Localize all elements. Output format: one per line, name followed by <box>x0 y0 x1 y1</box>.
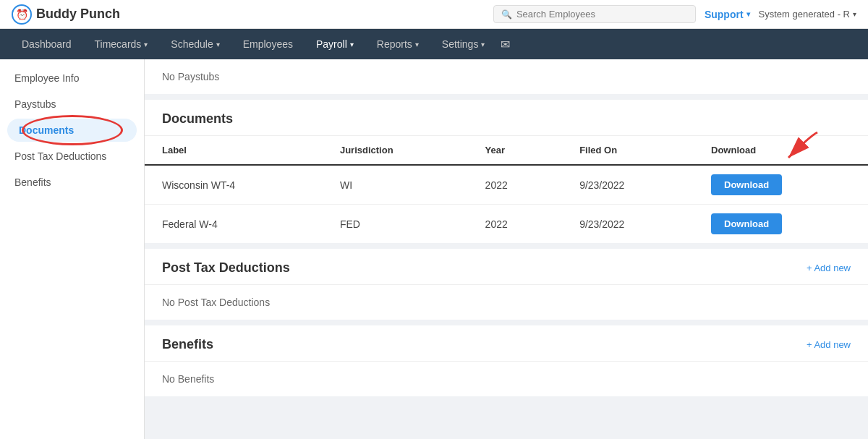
search-input[interactable] <box>516 9 688 20</box>
reports-chevron-icon: ▾ <box>415 41 419 48</box>
logo-text: Buddy Punch <box>36 7 120 22</box>
timecards-chevron-icon: ▾ <box>144 41 148 48</box>
col-label: Label <box>145 136 323 165</box>
search-box[interactable]: 🔍 <box>493 5 696 23</box>
sidebar-item-benefits[interactable]: Benefits <box>0 169 144 195</box>
payroll-chevron-icon: ▾ <box>350 41 354 48</box>
logo[interactable]: Buddy Punch <box>12 4 120 25</box>
logo-icon <box>12 4 32 25</box>
documents-table-container: Label Jurisdiction Year Filed On Downloa… <box>145 136 868 243</box>
nav-timecards[interactable]: Timecards ▾ <box>85 29 158 59</box>
sidebar-item-employee-info[interactable]: Employee Info <box>0 65 144 91</box>
benefits-title: Benefits <box>162 337 213 352</box>
no-paystubs-text: No Paystubs <box>162 71 219 82</box>
nav-payroll[interactable]: Payroll ▾ <box>306 29 364 59</box>
cell-jurisdiction-2: FED <box>323 205 468 244</box>
no-benefits-text: No Benefits <box>145 362 868 396</box>
no-post-tax-text: No Post Tax Deductions <box>145 285 868 320</box>
mail-icon[interactable]: ✉ <box>501 38 510 51</box>
post-tax-title: Post Tax Deductions <box>162 260 290 276</box>
cell-label-2: Federal W-4 <box>145 205 323 244</box>
nav-employees[interactable]: Employees <box>233 29 303 59</box>
cell-download-2: Download <box>694 205 868 244</box>
top-bar: Buddy Punch 🔍 Support ▾ System generated… <box>0 0 868 29</box>
main-content: No Paystubs Documents <box>145 59 868 439</box>
paystubs-section: No Paystubs <box>145 59 868 94</box>
user-chevron-icon: ▾ <box>853 10 856 18</box>
documents-header: Documents <box>145 100 868 136</box>
nav-dashboard[interactable]: Dashboard <box>12 29 82 59</box>
documents-section: Documents Label Jurisdic <box>145 100 868 243</box>
cell-label-1: Wisconsin WT-4 <box>145 165 323 205</box>
cell-download-1: Download <box>694 165 868 205</box>
settings-chevron-icon: ▾ <box>481 41 485 48</box>
benefits-header: Benefits + Add new <box>145 325 868 362</box>
sidebar-item-post-tax[interactable]: Post Tax Deductions <box>0 143 144 169</box>
table-header-row: Label Jurisdiction Year Filed On Downloa… <box>145 136 868 165</box>
top-right-area: 🔍 Support ▾ System generated - R ▾ <box>493 5 856 23</box>
support-button[interactable]: Support ▾ <box>705 9 750 20</box>
post-tax-add-new[interactable]: + Add new <box>807 263 851 273</box>
search-icon: 🔍 <box>501 9 512 20</box>
benefits-add-new[interactable]: + Add new <box>807 339 851 350</box>
nav-settings[interactable]: Settings ▾ <box>432 29 495 59</box>
table-row: Wisconsin WT-4 WI 2022 9/23/2022 Downloa… <box>145 165 868 205</box>
nav-schedule[interactable]: Schedule ▾ <box>161 29 229 59</box>
col-jurisdiction: Jurisdiction <box>323 136 468 165</box>
sidebar-item-paystubs[interactable]: Paystubs <box>0 91 144 117</box>
cell-year-2: 2022 <box>468 205 563 244</box>
col-year: Year <box>468 136 563 165</box>
sidebar: Employee Info Paystubs Documents Post Ta… <box>0 59 145 439</box>
post-tax-header: Post Tax Deductions + Add new <box>145 249 868 285</box>
documents-title: Documents <box>162 111 233 127</box>
support-chevron-icon: ▾ <box>746 10 750 18</box>
col-filed-on: Filed On <box>562 136 694 165</box>
cell-jurisdiction-1: WI <box>323 165 468 205</box>
nav-bar: Dashboard Timecards ▾ Schedule ▾ Employe… <box>0 29 868 59</box>
schedule-chevron-icon: ▾ <box>216 41 220 48</box>
cell-filed-on-1: 9/23/2022 <box>562 165 694 205</box>
nav-reports[interactable]: Reports ▾ <box>367 29 429 59</box>
sidebar-item-documents[interactable]: Documents <box>7 119 137 142</box>
download-button-2[interactable]: Download <box>711 213 782 234</box>
user-info[interactable]: System generated - R ▾ <box>759 9 856 20</box>
cell-filed-on-2: 9/23/2022 <box>562 205 694 244</box>
col-download: Download <box>694 136 868 165</box>
benefits-section: Benefits + Add new No Benefits <box>145 325 868 396</box>
download-button-1[interactable]: Download <box>711 174 782 195</box>
post-tax-section: Post Tax Deductions + Add new No Post Ta… <box>145 249 868 320</box>
layout: Employee Info Paystubs Documents Post Ta… <box>0 59 868 439</box>
documents-table: Label Jurisdiction Year Filed On Downloa… <box>145 136 868 243</box>
table-row: Federal W-4 FED 2022 9/23/2022 Download <box>145 205 868 244</box>
cell-year-1: 2022 <box>468 165 563 205</box>
